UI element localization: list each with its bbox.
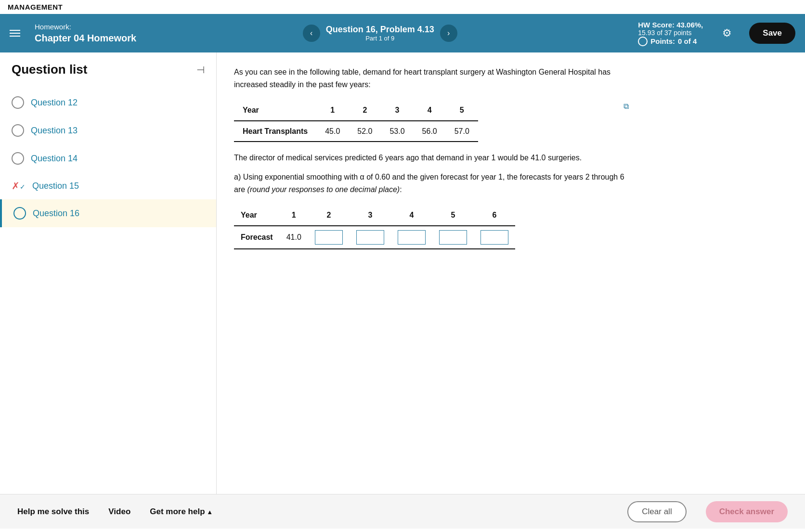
sidebar-item-q15[interactable]: ✗✓ Question 15 xyxy=(12,172,205,199)
points-value: 0 of 4 xyxy=(678,37,697,45)
collapse-icon[interactable]: ⊣ xyxy=(196,64,205,76)
help-me-solve-button[interactable]: Help me solve this xyxy=(17,507,89,517)
forecast-input-4[interactable] xyxy=(391,226,432,249)
forecast-input-year5[interactable] xyxy=(439,230,467,245)
q14-circle xyxy=(12,152,24,165)
forecast-input-2[interactable] xyxy=(308,226,350,249)
main-layout: Question list ⊣ Question 12 Question 13 … xyxy=(0,52,805,494)
q15-partial-icon: ✗✓ xyxy=(12,180,26,192)
forecast-input-6[interactable] xyxy=(474,226,515,249)
forecast-year-3: 3 xyxy=(350,205,391,226)
forecast-row-label: Forecast xyxy=(234,226,280,249)
forecast-year-4: 4 xyxy=(391,205,432,226)
forecast-year-1: 1 xyxy=(280,205,308,226)
q12-circle xyxy=(12,96,24,109)
prev-icon: ‹ xyxy=(310,29,312,38)
sidebar: Question list ⊣ Question 12 Question 13 … xyxy=(0,52,217,494)
content-area: As you can see in the following table, d… xyxy=(217,52,805,494)
demand-year-3: 3 xyxy=(381,100,413,121)
forecast-input-3[interactable] xyxy=(350,226,391,249)
points-circle-icon xyxy=(638,37,648,46)
content-intro: As you can see in the following table, d… xyxy=(234,66,629,249)
forecast-input-year3[interactable] xyxy=(356,230,384,245)
management-label: MANAGEMENT xyxy=(0,0,805,14)
sidebar-item-q14[interactable]: Question 14 xyxy=(12,144,205,172)
homework-label: Homework: xyxy=(35,22,136,32)
q13-circle xyxy=(12,124,24,137)
next-icon: › xyxy=(447,29,450,38)
question-title: Question 16, Problem 4.13 xyxy=(326,25,434,35)
demand-val-3: 53.0 xyxy=(381,121,413,142)
header-nav: ‹ Question 16, Problem 4.13 Part 1 of 9 … xyxy=(303,25,457,42)
points-row: Points: 0 of 4 xyxy=(638,37,703,46)
prev-button[interactable]: ‹ xyxy=(303,25,320,42)
settings-icon[interactable]: ⚙ xyxy=(722,27,732,39)
demand-row-label: Heart Transplants xyxy=(234,121,316,142)
q15-label: Question 15 xyxy=(32,181,79,191)
hw-score-label: HW Score: 43.06%, xyxy=(638,21,703,29)
menu-icon[interactable] xyxy=(10,30,20,37)
demand-year-2: 2 xyxy=(349,100,381,121)
forecast-input-year6[interactable] xyxy=(480,230,508,245)
demand-year-4: 4 xyxy=(414,100,446,121)
video-button[interactable]: Video xyxy=(108,507,130,517)
expand-icon[interactable]: ⧉ xyxy=(623,100,629,113)
forecast-year-5: 5 xyxy=(432,205,474,226)
body2-text: a) Using exponential smoothing with α of… xyxy=(234,171,629,195)
demand-year-5: 5 xyxy=(446,100,478,121)
part-info: Part 1 of 9 xyxy=(326,35,434,42)
forecast-year-2: 2 xyxy=(308,205,350,226)
body1-text: The director of medical services predict… xyxy=(234,152,629,164)
forecast-val-1: 41.0 xyxy=(280,226,308,249)
q13-label: Question 13 xyxy=(31,126,78,136)
demand-year-1: 1 xyxy=(316,100,349,121)
header-title: Homework: Chapter 04 Homework xyxy=(35,22,136,44)
forecast-year-6: 6 xyxy=(474,205,515,226)
save-button[interactable]: Save xyxy=(749,23,795,44)
header: Homework: Chapter 04 Homework ‹ Question… xyxy=(0,14,805,52)
demand-val-2: 52.0 xyxy=(349,121,381,142)
chapter-title: Chapter 04 Homework xyxy=(35,32,136,44)
forecast-input-5[interactable] xyxy=(432,226,474,249)
hw-score: HW Score: 43.06%, 15.93 of 37 points Poi… xyxy=(638,21,703,46)
q12-label: Question 12 xyxy=(31,98,78,108)
sidebar-item-q12[interactable]: Question 12 xyxy=(12,89,205,117)
q14-label: Question 14 xyxy=(31,154,78,164)
sidebar-header: Question list ⊣ xyxy=(12,62,205,77)
topbar-text: MANAGEMENT xyxy=(8,3,63,11)
q16-circle xyxy=(13,207,26,220)
intro-text: As you can see in the following table, d… xyxy=(234,66,629,91)
hw-score-points: 15.93 of 37 points xyxy=(638,29,703,37)
get-more-help-button[interactable]: Get more help xyxy=(150,507,213,517)
forecast-input-year4[interactable] xyxy=(398,230,426,245)
points-label: Points: xyxy=(650,37,675,45)
q16-label: Question 16 xyxy=(33,208,79,219)
question-info: Question 16, Problem 4.13 Part 1 of 9 xyxy=(326,25,434,42)
demand-col-header: Year xyxy=(234,100,316,121)
clear-all-button[interactable]: Clear all xyxy=(627,501,686,522)
next-button[interactable]: › xyxy=(440,25,457,42)
check-answer-button[interactable]: Check answer xyxy=(706,501,788,522)
sidebar-item-q16[interactable]: Question 16 xyxy=(0,199,216,227)
demand-val-1: 45.0 xyxy=(316,121,349,142)
demand-val-4: 56.0 xyxy=(414,121,446,142)
sidebar-title: Question list xyxy=(12,62,87,77)
bottom-bar: Help me solve this Video Get more help C… xyxy=(0,494,805,529)
sidebar-item-q13[interactable]: Question 13 xyxy=(12,117,205,144)
demand-val-5: 57.0 xyxy=(446,121,478,142)
demand-table: Year 1 2 3 4 5 Heart Transplants 45.0 52 xyxy=(234,100,478,142)
forecast-input-year2[interactable] xyxy=(315,230,343,245)
forecast-col-header: Year xyxy=(234,205,280,226)
forecast-table: Year 1 2 3 4 5 6 Forecast 41.0 xyxy=(234,205,515,249)
